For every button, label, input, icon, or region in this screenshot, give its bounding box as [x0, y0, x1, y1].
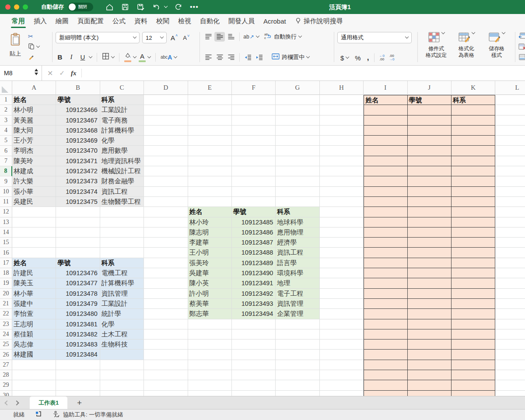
cell-G29[interactable] — [276, 380, 319, 390]
cell-F18[interactable]: 109123490 — [232, 268, 276, 278]
cell-C26[interactable] — [100, 350, 144, 360]
cell-H16[interactable] — [320, 248, 364, 258]
cell-I21[interactable] — [364, 299, 407, 309]
cell-K14[interactable] — [452, 228, 495, 238]
cell-C15[interactable] — [100, 238, 144, 248]
save-icon[interactable] — [121, 3, 129, 11]
cell-L12[interactable] — [495, 207, 525, 217]
cell-H22[interactable] — [320, 309, 364, 319]
cell-K8[interactable] — [452, 166, 495, 176]
cell-F15[interactable]: 109123487 — [232, 238, 276, 248]
cell-I24[interactable] — [364, 329, 407, 340]
cell-B9[interactable]: 109123473 — [56, 176, 100, 186]
conditional-formatting-button[interactable]: 條件式格式設定 — [422, 32, 451, 63]
cell-G30[interactable] — [276, 391, 319, 396]
cell-B23[interactable]: 109123481 — [56, 319, 100, 329]
cell-B20[interactable]: 109123478 — [56, 289, 100, 299]
cell-H29[interactable] — [320, 380, 364, 390]
cell-L2[interactable] — [495, 105, 525, 115]
cut-button[interactable]: ✂ — [28, 33, 39, 40]
cell-J1[interactable]: 學號 — [408, 95, 452, 105]
macro-record-icon[interactable] — [35, 411, 42, 419]
cell-C27[interactable] — [100, 360, 144, 370]
cell-F10[interactable] — [232, 187, 276, 197]
paste-button[interactable]: 貼上 — [5, 32, 25, 63]
row-header-30[interactable]: 30 — [0, 391, 12, 396]
ribbon-tab-公式[interactable]: 公式 — [111, 14, 127, 28]
cell-K5[interactable] — [452, 136, 495, 146]
cell-E4[interactable] — [188, 126, 232, 136]
cell-A13[interactable] — [12, 217, 56, 228]
cell-J10[interactable] — [408, 187, 452, 197]
cell-D2[interactable] — [144, 105, 188, 115]
cell-A4[interactable]: 陳大同 — [12, 126, 56, 136]
cell-H19[interactable] — [320, 278, 364, 288]
increase-indent-button[interactable] — [254, 52, 265, 62]
font-size-select[interactable]: 12 — [142, 32, 167, 43]
align-top-button[interactable] — [203, 32, 214, 42]
cell-C18[interactable]: 電機工程 — [100, 268, 144, 278]
cell-J18[interactable] — [408, 268, 452, 278]
bold-button[interactable]: B — [56, 53, 64, 61]
cell-J6[interactable] — [408, 146, 452, 156]
cell-B17[interactable]: 學號 — [56, 258, 100, 268]
row-header-6[interactable]: 6 — [0, 146, 12, 156]
cell-G10[interactable] — [276, 187, 319, 197]
cell-F17[interactable]: 109123489 — [232, 258, 276, 268]
cell-L19[interactable] — [495, 278, 525, 288]
cell-A18[interactable]: 許建民 — [12, 268, 56, 278]
cell-H27[interactable] — [320, 360, 364, 370]
cell-K30[interactable] — [452, 391, 495, 396]
cell-K27[interactable] — [452, 360, 495, 370]
cell-I14[interactable] — [364, 228, 407, 238]
cell-L11[interactable] — [495, 197, 525, 207]
cell-J29[interactable] — [408, 380, 452, 390]
cell-H30[interactable] — [320, 391, 364, 396]
cell-K10[interactable] — [452, 187, 495, 197]
cell-A1[interactable]: 姓名 — [12, 95, 56, 105]
cell-H13[interactable] — [320, 217, 364, 228]
cell-G7[interactable] — [276, 156, 319, 166]
cell-B8[interactable]: 109123472 — [56, 166, 100, 176]
cell-H15[interactable] — [320, 238, 364, 248]
cell-A29[interactable] — [12, 380, 56, 390]
cell-E11[interactable] — [188, 197, 232, 207]
column-header-F[interactable]: F — [232, 81, 276, 95]
cell-A20[interactable]: 林小華 — [12, 289, 56, 299]
cell-G14[interactable]: 應用物理 — [276, 228, 319, 238]
cell-L21[interactable] — [495, 299, 525, 309]
cell-J9[interactable] — [408, 176, 452, 186]
cell-C24[interactable]: 土木工程 — [100, 329, 144, 340]
cell-D21[interactable] — [144, 299, 188, 309]
cell-G3[interactable] — [276, 116, 319, 126]
cell-E24[interactable] — [188, 329, 232, 340]
delete-cells-button[interactable]: 刪除 — [518, 43, 525, 51]
cell-E25[interactable] — [188, 340, 232, 350]
cell-C28[interactable] — [100, 370, 144, 380]
cell-C11[interactable]: 生物醫學工程 — [100, 197, 144, 207]
row-header-3[interactable]: 3 — [0, 116, 12, 126]
cell-C19[interactable]: 計算機科學 — [100, 278, 144, 288]
cell-L7[interactable] — [495, 156, 525, 166]
cell-D6[interactable] — [144, 146, 188, 156]
cell-C22[interactable]: 統計學 — [100, 309, 144, 319]
cell-F21[interactable]: 109123493 — [232, 299, 276, 309]
ribbon-tab-檢視[interactable]: 檢視 — [177, 14, 192, 28]
ribbon-tab-操作說明搜尋[interactable]: 操作說明搜尋 — [294, 14, 344, 28]
row-header-10[interactable]: 10 — [0, 187, 12, 197]
cell-F26[interactable] — [232, 350, 276, 360]
cell-E20[interactable]: 許小明 — [188, 289, 232, 299]
cell-D3[interactable] — [144, 116, 188, 126]
cell-I22[interactable] — [364, 309, 407, 319]
cell-A10[interactable]: 張小華 — [12, 187, 56, 197]
cell-H7[interactable] — [320, 156, 364, 166]
number-format-select[interactable]: 通用格式 — [337, 32, 412, 43]
cell-D27[interactable] — [144, 360, 188, 370]
cell-C12[interactable] — [100, 207, 144, 217]
confirm-entry-icon[interactable]: ✓ — [59, 69, 65, 77]
cell-C7[interactable]: 地理資訊科學 — [100, 156, 144, 166]
accessibility-status[interactable]: 協助工具: 一切準備就緒 — [52, 411, 123, 419]
ribbon-tab-自動化[interactable]: 自動化 — [199, 14, 221, 28]
cell-J17[interactable] — [408, 258, 452, 268]
align-middle-button[interactable] — [214, 32, 225, 42]
